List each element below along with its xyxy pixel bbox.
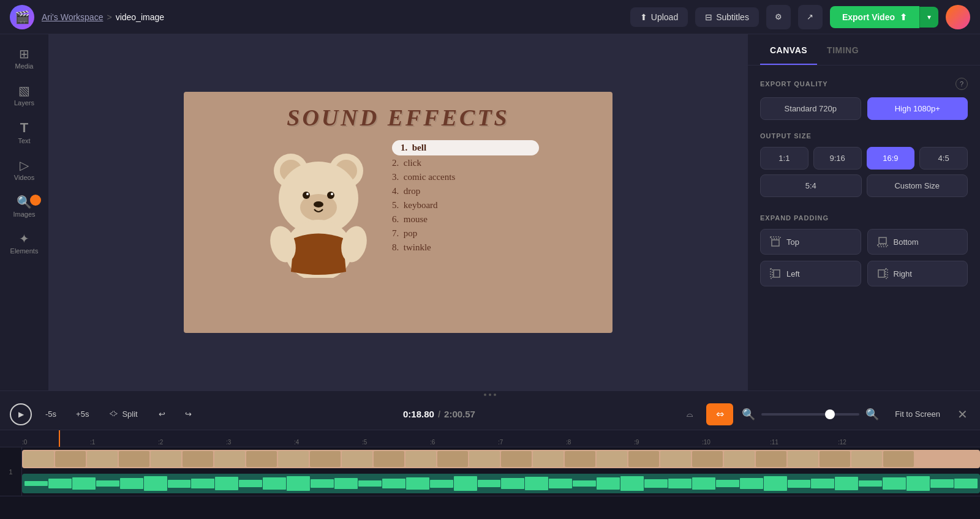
layers-icon: ▧ <box>18 84 30 97</box>
play-icon: ▶ <box>18 410 24 419</box>
expand-padding-title: EXPAND PADDING <box>760 214 829 222</box>
sidebar-item-label: Images <box>13 211 35 218</box>
trim-button[interactable]: ⇔ <box>706 403 733 425</box>
ruler-mark: :5 <box>362 439 430 446</box>
padding-left-button[interactable]: Left <box>760 261 861 286</box>
subtitles-button[interactable]: ⊟ Subtitles <box>695 7 759 27</box>
bear-illustration <box>257 137 380 278</box>
padding-bottom-button[interactable]: Bottom <box>867 229 968 255</box>
list-item: 1. bell <box>392 140 539 155</box>
timeline-cursor[interactable] <box>59 430 60 447</box>
track-label: 1 <box>0 447 22 496</box>
padding-right-button[interactable]: Right <box>867 261 968 286</box>
sidebar-item-videos[interactable]: ▷ Videos <box>3 153 46 187</box>
track-thumbnail <box>55 451 86 467</box>
list-item: 7. pop <box>392 227 539 240</box>
chevron-down-icon: ▾ <box>927 13 931 21</box>
list-item: 4. drop <box>392 185 539 198</box>
plus5-button[interactable]: +5s <box>70 406 95 422</box>
ruler-mark: :11 <box>770 439 838 446</box>
ratio-16x9-button[interactable]: 16:9 <box>867 147 915 170</box>
zoom-slider[interactable] <box>761 413 859 416</box>
zoom-out-button[interactable]: 🔍 <box>741 406 756 422</box>
export-button[interactable]: Export Video ⬆ <box>830 6 919 28</box>
redo-button[interactable]: ↪ <box>179 406 198 422</box>
zoom-in-button[interactable]: 🔍 <box>864 406 880 422</box>
export-group: Export Video ⬆ ▾ <box>830 6 938 28</box>
sound-list: 1. bell 2. click 3. comic accents 4. dro… <box>392 137 539 278</box>
ratio-1x1-button[interactable]: 1:1 <box>760 147 809 170</box>
ruler-mark: :12 <box>838 439 906 446</box>
svg-point-10 <box>314 201 323 207</box>
share-button[interactable]: ↗ <box>798 5 823 29</box>
workspace-link[interactable]: Ari's Workspace <box>42 12 103 22</box>
ratio-5x4-button[interactable]: 5:4 <box>760 174 862 197</box>
quality-standard-button[interactable]: Standard 720p <box>760 97 861 120</box>
zoom-area: 🔍 🔍 <box>741 406 880 422</box>
sidebar-item-layers[interactable]: ▧ Layers <box>3 78 46 113</box>
time-current: 0:18.80 <box>403 409 434 419</box>
fit-to-screen-button[interactable]: Fit to Screen <box>888 406 948 422</box>
audio-track[interactable] <box>22 474 980 493</box>
export-quality-section: EXPORT QUALITY ? Standard 720p High 1080… <box>760 78 968 120</box>
svg-point-7 <box>327 192 334 199</box>
minus5-label: -5s <box>45 409 56 419</box>
track-thumbnail <box>246 451 277 467</box>
tab-timing[interactable]: TIMING <box>817 34 869 65</box>
sidebar-item-label: Text <box>18 137 30 144</box>
list-item: 6. mouse <box>392 213 539 226</box>
ruler-marks: :0 :1 :2 :3 :4 :5 :6 :7 :8 :9 :10 :11 :1… <box>22 430 906 447</box>
video-track[interactable] <box>22 450 980 468</box>
track-thumbnail <box>692 451 723 467</box>
magnet-button[interactable]: ⌓ <box>680 406 699 423</box>
svg-point-8 <box>306 193 309 195</box>
settings-button[interactable]: ⚙ <box>766 5 791 29</box>
sidebar-item-images[interactable]: 🔍 Images <box>3 190 46 224</box>
ruler-mark: :7 <box>498 439 566 446</box>
track-thumbnail <box>310 451 341 467</box>
ruler-mark: :10 <box>702 439 770 446</box>
custom-size-button[interactable]: Custom Size <box>867 174 968 197</box>
quality-high-button[interactable]: High 1080p+ <box>867 97 968 120</box>
zoom-thumb <box>825 409 835 419</box>
ratio-9x16-button[interactable]: 9:16 <box>813 147 862 170</box>
ruler-mark: :3 <box>226 439 294 446</box>
output-size-section: OUTPUT SIZE 1:1 9:16 16:9 4:5 <box>760 132 968 202</box>
media-icon: ⊞ <box>19 48 29 60</box>
export-label: Export Video <box>842 12 895 22</box>
upload-label: Upload <box>651 12 678 22</box>
tab-canvas[interactable]: CANVAS <box>760 34 817 65</box>
sidebar-item-media[interactable]: ⊞ Media <box>3 42 46 76</box>
split-label: Split <box>122 409 137 419</box>
export-dropdown-button[interactable]: ▾ <box>919 7 938 28</box>
svg-rect-14 <box>771 237 780 239</box>
track-content <box>22 447 980 496</box>
track-thumbnail <box>820 451 850 467</box>
panel-content: EXPORT QUALITY ? Standard 720p High 1080… <box>748 65 980 299</box>
resize-handle[interactable] <box>0 391 980 398</box>
split-button[interactable]: ⧼⧽ Split <box>102 406 145 422</box>
sidebar-item-label: Elements <box>10 247 39 255</box>
magnet-icon: ⌓ <box>687 409 693 419</box>
track-thumbnail <box>374 451 404 467</box>
video-canvas[interactable]: SOUND EFFECTS <box>184 92 612 333</box>
topbar: 🎬 Ari's Workspace > video_image ⬆ Upload… <box>0 0 980 34</box>
padding-top-button[interactable]: Top <box>760 229 861 255</box>
user-avatar[interactable] <box>946 5 970 29</box>
padding-buttons: Top Bottom <box>760 229 968 286</box>
elements-icon: ✦ <box>19 233 29 245</box>
close-timeline-button[interactable]: ✕ <box>955 405 970 424</box>
minus5-button[interactable]: -5s <box>39 406 62 422</box>
play-button[interactable]: ▶ <box>10 403 32 425</box>
app-logo[interactable]: 🎬 <box>10 5 34 29</box>
upload-icon: ⬆ <box>640 12 647 22</box>
help-icon[interactable]: ? <box>956 78 968 90</box>
track-thumbnail <box>469 451 500 467</box>
sidebar-item-text[interactable]: T Text <box>3 115 46 151</box>
ruler-mark: :4 <box>294 439 362 446</box>
ratio-4x5-button[interactable]: 4:5 <box>919 147 968 170</box>
undo-button[interactable]: ↩ <box>153 406 172 422</box>
upload-button[interactable]: ⬆ Upload <box>630 7 688 27</box>
sidebar-item-elements[interactable]: ✦ Elements <box>3 226 46 261</box>
svg-point-9 <box>331 193 333 195</box>
